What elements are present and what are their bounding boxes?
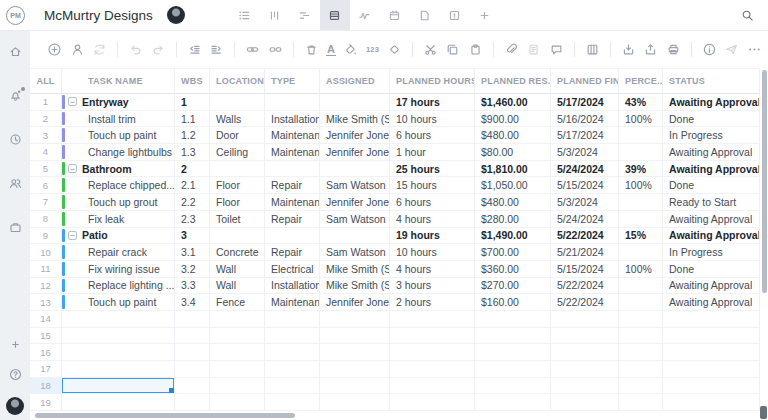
- cell-pct[interactable]: [619, 378, 663, 395]
- cell-pct[interactable]: 43%: [619, 94, 663, 111]
- cell-hours[interactable]: [390, 361, 475, 378]
- cell-wbs[interactable]: 3.1: [175, 244, 210, 261]
- cell-wbs[interactable]: 2.3: [175, 211, 210, 228]
- project-avatar[interactable]: [167, 6, 185, 24]
- cell-status[interactable]: Awaiting Approval: [663, 278, 760, 295]
- cell-res[interactable]: [475, 361, 551, 378]
- cell-status[interactable]: Awaiting Approval: [663, 294, 760, 311]
- row-number-cell[interactable]: 8: [30, 211, 62, 228]
- cell-task-name[interactable]: Touch up paint: [62, 127, 175, 144]
- info-button[interactable]: [702, 42, 717, 57]
- cell-assigned[interactable]: [320, 161, 390, 178]
- cell-location[interactable]: Concrete: [210, 244, 265, 261]
- cell-status[interactable]: In Progress: [663, 244, 760, 261]
- cell-res[interactable]: $160.00: [475, 294, 551, 311]
- cell-task-name[interactable]: −Entryway: [62, 94, 175, 111]
- cell-type[interactable]: Maintenance: [265, 294, 320, 311]
- cell-type[interactable]: Repair: [265, 211, 320, 228]
- cell-task-name[interactable]: −Bathroom: [62, 161, 175, 178]
- copy-button[interactable]: [445, 42, 460, 57]
- cell-hours[interactable]: [390, 394, 475, 411]
- cell-type[interactable]: Maintenance: [265, 127, 320, 144]
- cell-status[interactable]: [663, 394, 760, 411]
- cell-finish[interactable]: 5/24/2024: [551, 161, 619, 178]
- row-number-cell[interactable]: 12: [30, 278, 62, 295]
- indent-button[interactable]: [209, 42, 224, 57]
- cell-res[interactable]: [475, 344, 551, 361]
- cell-pct[interactable]: [619, 361, 663, 378]
- cell-wbs[interactable]: 3.4: [175, 294, 210, 311]
- cell-location[interactable]: Wall: [210, 278, 265, 295]
- row-number-cell[interactable]: 3: [30, 127, 62, 144]
- cell-res[interactable]: [475, 311, 551, 328]
- cell-status[interactable]: Awaiting Approval: [663, 94, 760, 111]
- cell-type[interactable]: Installation: [265, 278, 320, 295]
- cell-task-name[interactable]: [62, 328, 175, 345]
- cell-assigned[interactable]: Mike Smith (S: [320, 278, 390, 295]
- row-number-cell[interactable]: 10: [30, 244, 62, 261]
- cell-wbs[interactable]: 1.2: [175, 127, 210, 144]
- cell-wbs[interactable]: 1.3: [175, 144, 210, 161]
- column-header-type[interactable]: TYPE: [265, 68, 320, 94]
- cell-wbs[interactable]: 1.1: [175, 111, 210, 128]
- cell-pct[interactable]: 100%: [619, 261, 663, 278]
- column-header-hours[interactable]: PLANNED HOURS: [390, 68, 475, 94]
- tab-gantt-view[interactable]: [290, 0, 320, 30]
- cell-task-name[interactable]: Touch up grout: [62, 194, 175, 211]
- cell-finish[interactable]: 5/15/2024: [551, 261, 619, 278]
- cell-status[interactable]: Done: [663, 111, 760, 128]
- cell-pct[interactable]: 100%: [619, 111, 663, 128]
- cell-res[interactable]: $700.00: [475, 244, 551, 261]
- cell-assigned[interactable]: [320, 228, 390, 245]
- collapse-group-icon[interactable]: −: [68, 164, 77, 173]
- cell-task-name[interactable]: Replace lighting ...: [62, 278, 175, 295]
- cell-wbs[interactable]: [175, 311, 210, 328]
- cell-task-name[interactable]: Change lightbulbs: [62, 144, 175, 161]
- cell-task-name[interactable]: [62, 394, 175, 411]
- sidebar-item-notifications[interactable]: [8, 88, 23, 103]
- row-number-cell[interactable]: 11: [30, 261, 62, 278]
- column-header-location[interactable]: LOCATION: [210, 68, 265, 94]
- cut-button[interactable]: [423, 42, 438, 57]
- cell-location[interactable]: Toilet: [210, 211, 265, 228]
- font-color-button[interactable]: A: [326, 43, 336, 56]
- cell-status[interactable]: [663, 328, 760, 345]
- cell-res[interactable]: $480.00: [475, 127, 551, 144]
- cell-res[interactable]: $360.00: [475, 261, 551, 278]
- cell-task-name[interactable]: Touch up paint: [62, 294, 175, 311]
- column-header-wbs[interactable]: WBS: [175, 68, 210, 94]
- cell-pct[interactable]: [619, 244, 663, 261]
- cell-pct[interactable]: [619, 328, 663, 345]
- cell-finish[interactable]: 5/24/2024: [551, 211, 619, 228]
- cell-status[interactable]: Ready to Start: [663, 194, 760, 211]
- cell-pct[interactable]: [619, 344, 663, 361]
- cell-task-name[interactable]: Fix wiring issue: [62, 261, 175, 278]
- cell-hours[interactable]: 4 hours: [390, 261, 475, 278]
- cell-location[interactable]: Floor: [210, 177, 265, 194]
- share-button[interactable]: [724, 42, 739, 57]
- cell-type[interactable]: [265, 228, 320, 245]
- cell-finish[interactable]: 5/22/2024: [551, 294, 619, 311]
- cell-finish[interactable]: [551, 361, 619, 378]
- cell-pct[interactable]: [619, 194, 663, 211]
- print-button[interactable]: [666, 42, 681, 57]
- cell-location[interactable]: [210, 94, 265, 111]
- cell-finish[interactable]: 5/3/2024: [551, 194, 619, 211]
- cell-type[interactable]: Maintenance: [265, 194, 320, 211]
- cell-finish[interactable]: [551, 311, 619, 328]
- cell-res[interactable]: $900.00: [475, 111, 551, 128]
- row-number-cell[interactable]: 5: [30, 161, 62, 178]
- cell-status[interactable]: [663, 344, 760, 361]
- tab-calendar-view[interactable]: [380, 0, 410, 30]
- cell-type[interactable]: Installation: [265, 111, 320, 128]
- cell-assigned[interactable]: Mike Smith (S: [320, 261, 390, 278]
- sync-button[interactable]: [92, 42, 107, 57]
- link-task-button[interactable]: [245, 42, 260, 57]
- tab-add-view[interactable]: [470, 0, 500, 30]
- cell-status[interactable]: [663, 378, 760, 395]
- tab-doc-view[interactable]: [410, 0, 440, 30]
- add-task-button[interactable]: [47, 42, 62, 57]
- cell-task-name[interactable]: [62, 378, 175, 395]
- cell-location[interactable]: Ceiling: [210, 144, 265, 161]
- cell-hours[interactable]: 15 hours: [390, 177, 475, 194]
